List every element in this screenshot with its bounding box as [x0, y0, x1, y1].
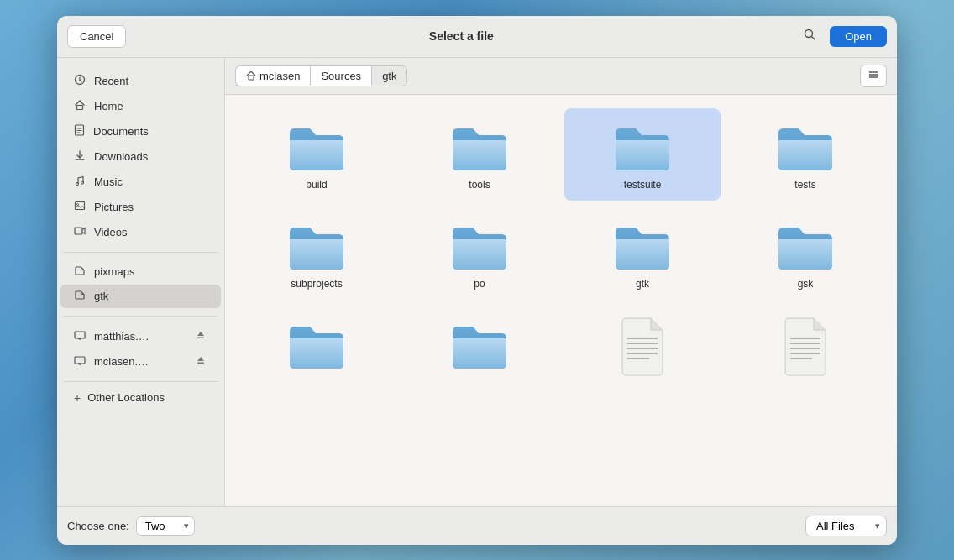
- doc-icon-2: [778, 317, 832, 377]
- sidebar-item-pictures-label: Pictures: [94, 201, 134, 213]
- breadcrumb-bar: mclasen Sources gtk: [225, 58, 897, 95]
- file-grid: build: [225, 95, 897, 506]
- sidebar-item-downloads[interactable]: Downloads: [60, 144, 221, 169]
- svg-rect-21: [197, 337, 204, 338]
- sidebar-item-pixmaps[interactable]: pixmaps: [60, 260, 221, 284]
- home-icon: [74, 99, 86, 113]
- filter-select-wrapper: All Files Text Files Images: [805, 516, 887, 536]
- file-item-folder9[interactable]: [238, 306, 395, 394]
- sidebar-item-music-label: Music: [94, 175, 123, 188]
- dialog-title: Select a file: [429, 29, 494, 43]
- sidebar-item-pixmaps-label: pixmaps: [94, 265, 134, 278]
- sidebar-item-recent-label: Recent: [94, 75, 128, 87]
- breadcrumb-gtk-label: gtk: [382, 70, 396, 82]
- footer-type-chooser: Choose one: Two One Three: [67, 516, 195, 536]
- sidebar-item-gtk-label: gtk: [94, 290, 108, 302]
- choose-one-label: Choose one:: [67, 520, 129, 532]
- list-view-icon: [868, 69, 879, 81]
- folder-icon-tests: [775, 118, 836, 172]
- file-item-build[interactable]: build: [238, 108, 395, 201]
- breadcrumb-item-gtk[interactable]: gtk: [371, 65, 407, 86]
- svg-rect-17: [75, 332, 85, 338]
- folder-icon-subprojects: [286, 217, 347, 271]
- matthias-eject-button[interactable]: [194, 330, 207, 343]
- file-item-folder10[interactable]: [401, 306, 558, 394]
- device-mclasen-left: mclasen.…: [74, 354, 149, 369]
- recent-icon: [74, 74, 86, 88]
- main-content: mclasen Sources gtk: [225, 58, 897, 506]
- matthias-device-icon: [74, 329, 86, 343]
- sidebar-item-pictures[interactable]: Pictures: [60, 195, 221, 219]
- matthias-device-label: matthias.…: [94, 330, 149, 343]
- sidebar-item-music[interactable]: Music: [60, 170, 221, 194]
- dialog-footer: Choose one: Two One Three All Files Text…: [57, 506, 897, 545]
- file-item-subprojects[interactable]: subprojects: [238, 207, 395, 300]
- type-select[interactable]: Two One Three: [136, 516, 195, 536]
- sidebar-item-other-locations[interactable]: + Other Locations: [60, 386, 221, 410]
- svg-line-1: [812, 37, 815, 40]
- cancel-button[interactable]: Cancel: [67, 25, 126, 48]
- file-item-doc2[interactable]: [727, 306, 883, 394]
- sidebar-item-home-label: Home: [94, 100, 123, 113]
- filter-select[interactable]: All Files Text Files Images: [805, 516, 887, 536]
- svg-line-4: [80, 80, 82, 81]
- sidebar-item-videos-label: Videos: [94, 226, 128, 238]
- sidebar-device-matthias[interactable]: matthias.…: [60, 324, 221, 348]
- folder-icon-9: [286, 317, 347, 370]
- sidebar-device-mclasen[interactable]: mclasen.…: [60, 349, 221, 374]
- mclasen-device-icon: [74, 354, 86, 369]
- sidebar-item-home[interactable]: Home: [60, 94, 221, 118]
- svg-marker-20: [197, 332, 204, 336]
- list-view-button[interactable]: [860, 65, 887, 87]
- svg-rect-27: [249, 76, 254, 80]
- sidebar-item-documents[interactable]: Documents: [60, 119, 221, 144]
- sidebar-places-section: Recent Home Documents: [57, 65, 224, 249]
- pixmaps-icon: [74, 265, 86, 279]
- breadcrumb-item-mclasen[interactable]: mclasen: [235, 65, 310, 86]
- documents-icon: [74, 124, 85, 139]
- mclasen-eject-button[interactable]: [194, 355, 207, 368]
- device-matthias-left: matthias.…: [74, 329, 149, 343]
- music-icon: [74, 175, 86, 189]
- svg-rect-14: [76, 201, 85, 209]
- breadcrumb: mclasen Sources gtk: [235, 65, 407, 86]
- eject-icon-2: [196, 355, 206, 365]
- file-item-gsk[interactable]: gsk: [727, 207, 883, 300]
- folder-icon-po: [449, 217, 510, 271]
- file-item-tests[interactable]: tests: [727, 108, 883, 201]
- sidebar-other-locations-label: Other Locations: [87, 391, 165, 404]
- breadcrumb-item-sources[interactable]: Sources: [310, 65, 371, 86]
- open-button[interactable]: Open: [830, 26, 887, 47]
- sidebar: Recent Home Documents: [57, 58, 225, 506]
- file-subprojects-label: subprojects: [291, 278, 342, 290]
- mclasen-device-label: mclasen.…: [94, 355, 149, 368]
- gtk-bookmark-icon: [74, 290, 86, 303]
- file-gsk-label: gsk: [798, 278, 814, 290]
- file-chooser-dialog: Cancel Select a file Open Recent: [57, 16, 897, 545]
- search-button[interactable]: [796, 24, 823, 48]
- other-locations-plus-icon: +: [74, 391, 81, 405]
- file-po-label: po: [474, 278, 485, 290]
- dialog-header: Cancel Select a file Open: [57, 16, 897, 58]
- pictures-icon: [74, 200, 86, 214]
- folder-icon-10: [449, 317, 510, 370]
- svg-rect-22: [75, 357, 85, 364]
- file-item-gtk2[interactable]: gtk: [564, 207, 721, 300]
- sidebar-item-videos[interactable]: Videos: [60, 220, 221, 244]
- file-gtk2-label: gtk: [636, 278, 649, 290]
- doc-icon-1: [616, 317, 669, 377]
- sidebar-item-downloads-label: Downloads: [94, 150, 148, 163]
- videos-icon: [74, 225, 86, 239]
- file-item-doc1[interactable]: [564, 306, 721, 394]
- dialog-body: Recent Home Documents: [57, 58, 897, 506]
- sidebar-item-recent[interactable]: Recent: [60, 69, 221, 93]
- breadcrumb-sources-label: Sources: [321, 70, 361, 82]
- search-icon: [803, 28, 816, 41]
- type-select-wrapper: Two One Three: [136, 516, 195, 536]
- sidebar-bookmarks-section: pixmaps gtk: [57, 256, 224, 312]
- sidebar-item-gtk[interactable]: gtk: [60, 285, 221, 308]
- svg-point-13: [81, 181, 84, 184]
- file-item-testsuite[interactable]: testsuite: [564, 108, 721, 201]
- file-item-tools[interactable]: tools: [401, 108, 558, 201]
- file-item-po[interactable]: po: [401, 207, 558, 300]
